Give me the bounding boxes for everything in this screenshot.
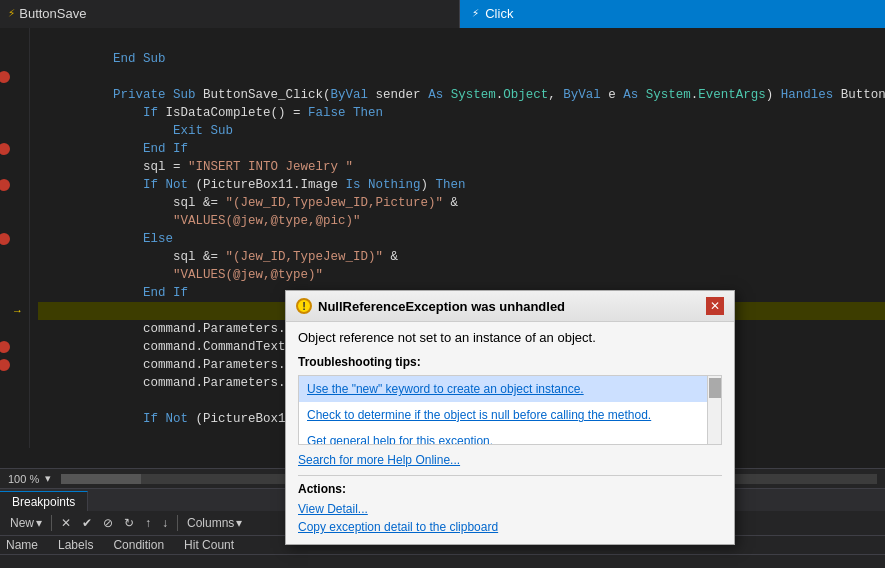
troubleshoot-label: Troubleshooting tips: [298, 355, 722, 369]
h-scrollbar-thumb[interactable] [61, 474, 141, 484]
ln-6 [0, 122, 29, 140]
action-copy-exception[interactable]: Copy exception detail to the clipboard [298, 518, 722, 536]
col-name[interactable]: Name [6, 538, 38, 552]
toolbar-separator-2 [177, 515, 178, 531]
event-selector[interactable]: ⚡ Click [460, 0, 885, 28]
import-button[interactable]: ↓ [158, 514, 172, 532]
ln-19 [0, 356, 29, 374]
method-icon: ⚡ [8, 6, 15, 21]
col-hit-count[interactable]: Hit Count [184, 538, 234, 552]
top-toolbar: ⚡ ButtonSave ⚡ Click [0, 0, 885, 28]
ln-12 [0, 230, 29, 248]
troubleshoot-item-2[interactable]: Get general help for this exception. [299, 428, 721, 445]
code-line-1: End Sub [38, 32, 885, 50]
ln-8 [0, 158, 29, 176]
breakpoints-tab[interactable]: Breakpoints [0, 491, 88, 511]
method-label: ButtonSave [19, 6, 86, 21]
troubleshoot-list: Use the "new" keyword to create an objec… [298, 375, 722, 445]
ln-10 [0, 194, 29, 212]
actions-section: Actions: View Detail... Copy exception d… [298, 475, 722, 536]
troubleshoot-item-1[interactable]: Check to determine if the object is null… [299, 402, 721, 428]
ln-20 [0, 374, 29, 392]
ln-9 [0, 176, 29, 194]
export-button[interactable]: ↑ [141, 514, 155, 532]
ln-11 [0, 212, 29, 230]
enable-button[interactable]: ✔ [78, 514, 96, 532]
ln-7 [0, 140, 29, 158]
ln-4 [0, 86, 29, 104]
ln-14 [0, 266, 29, 284]
ln-2 [0, 50, 29, 68]
error-main-message: Object reference not set to an instance … [298, 330, 722, 345]
actions-label: Actions: [298, 482, 722, 496]
ln-5 [0, 104, 29, 122]
warning-icon: ! [296, 298, 312, 314]
refresh-button[interactable]: ↻ [120, 514, 138, 532]
col-labels[interactable]: Labels [58, 538, 93, 552]
new-label: New [10, 516, 34, 530]
error-dialog-titlebar: ! NullReferenceException was unhandled ✕ [286, 291, 734, 322]
ln-13 [0, 248, 29, 266]
ln-1 [0, 32, 29, 50]
columns-arrow: ▾ [236, 516, 242, 530]
columns-button[interactable]: Columns ▾ [183, 515, 246, 531]
col-condition[interactable]: Condition [113, 538, 164, 552]
zoom-separator: ▾ [45, 472, 51, 485]
disable-button[interactable]: ⊘ [99, 514, 117, 532]
toolbar-separator-1 [51, 515, 52, 531]
ln-21 [0, 392, 29, 410]
ln-16 [0, 302, 29, 320]
troubleshoot-scrollbar-thumb [709, 378, 721, 398]
event-label: Click [485, 6, 513, 21]
error-dialog: ! NullReferenceException was unhandled ✕… [285, 290, 735, 545]
delete-button[interactable]: ✕ [57, 514, 75, 532]
ln-15 [0, 284, 29, 302]
ln-18 [0, 338, 29, 356]
action-view-detail[interactable]: View Detail... [298, 500, 722, 518]
ln-17 [0, 320, 29, 338]
columns-label: Columns [187, 516, 234, 530]
search-help-link[interactable]: Search for more Help Online... [298, 451, 722, 469]
method-selector[interactable]: ⚡ ButtonSave [0, 0, 460, 28]
event-icon: ⚡ [472, 6, 479, 21]
error-dialog-title-left: ! NullReferenceException was unhandled [296, 298, 565, 314]
troubleshoot-scrollbar[interactable] [707, 376, 721, 444]
line-numbers [0, 28, 30, 448]
error-dialog-body: Object reference not set to an instance … [286, 322, 734, 544]
ln-3 [0, 68, 29, 86]
error-dialog-close-button[interactable]: ✕ [706, 297, 724, 315]
error-dialog-title-text: NullReferenceException was unhandled [318, 299, 565, 314]
new-dropdown-arrow: ▾ [36, 516, 42, 530]
troubleshoot-item-0[interactable]: Use the "new" keyword to create an objec… [299, 376, 721, 402]
zoom-level: 100 % [8, 473, 39, 485]
code-line-3: Private Sub ButtonSave_Click(ByVal sende… [38, 68, 885, 86]
new-breakpoint-button[interactable]: New ▾ [6, 515, 46, 531]
